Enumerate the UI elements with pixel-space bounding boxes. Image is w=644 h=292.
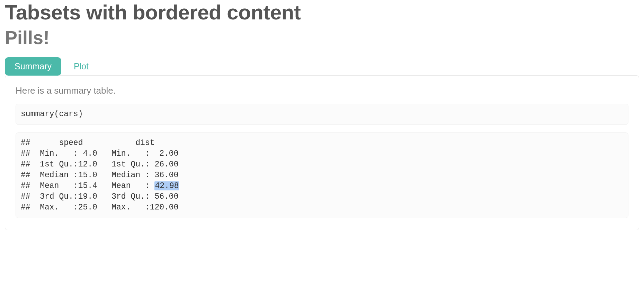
summary-intro-text: Here is a summary table.	[16, 85, 628, 96]
tabset-pills: Summary Plot	[5, 57, 639, 76]
page-title: Tabsets with bordered content	[5, 0, 639, 25]
tab-summary[interactable]: Summary	[5, 57, 61, 76]
tab-content-panel: Here is a summary table. summary(cars) #…	[5, 75, 639, 230]
page-subtitle: Pills!	[5, 26, 639, 49]
code-output-block: ## speed dist ## Min. : 4.0 Min. : 2.00 …	[16, 132, 628, 218]
highlighted-value: 42.98	[154, 181, 179, 190]
tab-plot[interactable]: Plot	[64, 57, 98, 76]
code-input-block: summary(cars)	[16, 104, 628, 125]
